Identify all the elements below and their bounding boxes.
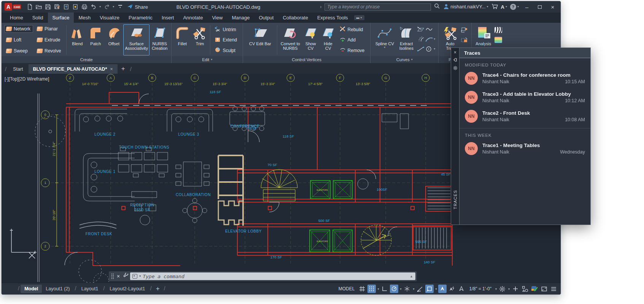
close-button[interactable]: × — [548, 3, 558, 11]
ribbon-display-options-button[interactable]: ▬ ▾ — [354, 15, 364, 20]
command-input[interactable] — [143, 274, 408, 279]
object-snap-tracking-toggle[interactable] — [416, 285, 424, 293]
patch-button[interactable]: Patch — [87, 24, 104, 55]
minimize-button[interactable]: – — [522, 3, 532, 11]
tab-collaborate[interactable]: Collaborate — [278, 13, 313, 23]
trace-list-item[interactable]: NN Trace3 - Add table in Elevator Lobby … — [460, 88, 590, 107]
trace-list-item[interactable]: NN Trace2 - Front Desk Nishant Naik10:08… — [460, 107, 590, 126]
workspace-caret[interactable]: ▾ — [508, 287, 510, 291]
tab-express-tools[interactable]: Express Tools — [313, 13, 353, 23]
annotation-visibility-toggle[interactable] — [438, 285, 447, 293]
search-input[interactable] — [327, 4, 428, 10]
surface-associativity-toggle[interactable]: Surface Associativity — [123, 24, 149, 55]
layout-tab-layout2[interactable]: Layout2-Layout1 — [106, 285, 149, 293]
tab-home[interactable]: Home — [5, 13, 28, 23]
command-bar-close-icon[interactable]: × — [115, 273, 122, 279]
circle-tool-icon[interactable]: ▾ — [425, 46, 435, 52]
layout-tab-layout1[interactable]: Layout1 — [78, 285, 102, 293]
osnap-settings-caret[interactable]: ▾ — [435, 287, 437, 291]
fillet-button[interactable]: Fillet — [174, 24, 191, 55]
tab-output[interactable]: Output — [254, 13, 278, 23]
file-tab-document[interactable]: BLVD OFFICE_PLAN-AUTOCAD* × — [29, 64, 118, 74]
curve-offset-icon[interactable] — [417, 36, 425, 42]
annotation-autoscale-toggle[interactable] — [448, 285, 456, 293]
command-input-field[interactable]: ▾ ▲ — [130, 272, 415, 280]
scale-caret[interactable]: ▾ — [495, 287, 497, 291]
new-layout-button[interactable]: + — [153, 284, 163, 294]
spline-cv-button[interactable]: Spline CV ▾ — [373, 24, 396, 55]
nurbs-creation-toggle[interactable]: NURBS Creation — [150, 24, 169, 55]
search-box[interactable] — [324, 3, 431, 11]
panel-label-curves[interactable]: Curves▾ — [370, 56, 438, 63]
workspace-switching-button[interactable] — [498, 285, 507, 293]
customization-menu-button[interactable] — [549, 285, 558, 293]
annotation-monitor-button[interactable] — [511, 285, 520, 293]
grid-display-toggle[interactable] — [358, 285, 366, 293]
autodesk-app-button[interactable]: A▾ — [501, 4, 507, 10]
traces-palette-titlebar[interactable]: × TRACES — [451, 48, 459, 225]
clean-screen-button[interactable] — [540, 285, 548, 293]
blend-button[interactable]: Blend — [68, 24, 86, 55]
autocad-logo-icon[interactable]: A — [5, 3, 12, 11]
isodraft-settings-caret[interactable]: ▾ — [412, 287, 415, 291]
search-chevron-icon[interactable]: › — [320, 4, 321, 10]
tab-solid[interactable]: Solid — [28, 13, 48, 23]
tab-parametric[interactable]: Parametric — [124, 13, 157, 23]
snap-mode-toggle[interactable] — [367, 285, 376, 293]
offset-button[interactable]: Offset — [105, 24, 122, 55]
network-button[interactable]: Network — [5, 25, 33, 33]
command-bar-grip[interactable] — [111, 273, 114, 279]
curvature-analysis-icon[interactable] — [494, 36, 502, 43]
hide-cv-button[interactable]: Hide CV — [320, 24, 337, 55]
tab-manage[interactable]: Manage — [227, 13, 254, 23]
panel-label-control-vertices[interactable]: Control Vertices — [243, 56, 370, 63]
palette-autohide-icon[interactable] — [453, 58, 457, 63]
layout-tab-layout1-2[interactable]: Layout1 (2) — [42, 285, 73, 293]
trim-button[interactable]: Trim — [191, 24, 208, 55]
isometric-drafting-toggle[interactable] — [403, 285, 411, 293]
share-button[interactable]: Share — [127, 3, 148, 11]
user-account-button[interactable]: nishant.naikVY... ▾ — [443, 3, 488, 11]
graphics-performance-button[interactable] — [530, 285, 539, 293]
file-tab-close-icon[interactable]: × — [110, 66, 113, 72]
tab-annotate[interactable]: Annotate — [178, 13, 207, 23]
curve-blend-icon[interactable] — [417, 26, 425, 32]
store-cart-icon[interactable] — [491, 3, 498, 11]
extract-isolines-button[interactable]: Extract Isolines — [397, 24, 415, 55]
tab-visualize[interactable]: Visualize — [95, 13, 124, 23]
extrude-button[interactable]: Extrude — [35, 36, 64, 44]
redo-caret-icon[interactable]: ▾ — [113, 5, 114, 8]
maximize-button[interactable] — [535, 3, 545, 11]
new-drawing-tab-button[interactable]: + — [118, 64, 128, 74]
show-cv-button[interactable]: Show CV — [302, 24, 319, 55]
curve-squiggle-icon[interactable] — [425, 26, 435, 32]
extend-button[interactable]: Extend — [213, 36, 239, 44]
revolve-button[interactable]: Revolve — [35, 47, 64, 55]
layout-tab-model[interactable]: Model — [21, 285, 42, 293]
help-button[interactable]: ?▾ — [510, 4, 519, 10]
command-bar-wrench-icon[interactable] — [122, 273, 130, 280]
untrim-button[interactable]: Untrim — [213, 25, 239, 34]
undo-icon[interactable] — [90, 4, 97, 10]
zebra-analysis-icon[interactable] — [494, 27, 502, 33]
project-to-ucs-icon[interactable] — [461, 27, 468, 33]
convert-to-nurbs-button[interactable]: Convert to NURBS — [279, 24, 302, 55]
tab-surface[interactable]: Surface — [48, 13, 74, 23]
save-as-icon[interactable] — [54, 4, 60, 10]
redo-icon[interactable] — [103, 4, 110, 10]
sweep-button[interactable]: Sweep — [5, 47, 33, 55]
panel-label-edit[interactable]: Edit▾ — [172, 56, 242, 63]
qat-customize-icon[interactable]: ▾ — [117, 4, 123, 10]
planar-button[interactable]: Planar — [35, 25, 64, 33]
palette-properties-gear-icon[interactable] — [453, 66, 458, 71]
print-icon[interactable] — [81, 4, 87, 10]
polar-tracking-toggle[interactable] — [390, 285, 398, 293]
trace-list-item[interactable]: NN Trace4 - Chairs for conference room N… — [460, 69, 590, 88]
publish-icon[interactable] — [72, 4, 78, 10]
object-snap-toggle[interactable] — [425, 285, 434, 293]
file-tab-start[interactable]: Start — [8, 65, 27, 74]
tab-view[interactable]: View — [207, 13, 227, 23]
palette-close-icon[interactable]: × — [454, 50, 456, 55]
curve-fit-points-icon[interactable]: ▾ — [425, 36, 435, 42]
viewport-controls-label[interactable]: [-][Top][2D Wireframe] — [5, 76, 49, 82]
